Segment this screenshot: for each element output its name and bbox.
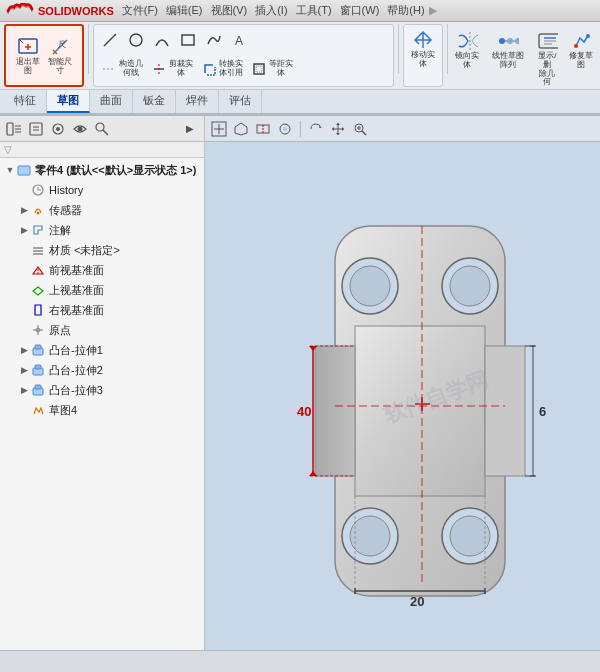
tree-item-sketch4[interactable]: 草图4 — [0, 400, 204, 420]
tree-item-history[interactable]: History — [0, 180, 204, 200]
convert-label: 转换实体引用 — [219, 60, 243, 78]
display-btn[interactable]: 显示/删除几何 — [533, 28, 561, 89]
menu-arrow[interactable]: ▶ — [429, 4, 437, 17]
boss3-label: 凸台-拉伸3 — [49, 383, 103, 398]
title-bar: SOLIDWORKS 文件(F) 编辑(E) 视图(V) 插入(I) 工具(T)… — [0, 0, 600, 22]
construct-label: 构造几何线 — [119, 60, 143, 78]
spline-icon — [205, 31, 223, 49]
tree-item-origin[interactable]: 原点 — [0, 320, 204, 340]
move-group: 移动实体 — [403, 24, 443, 87]
zoom-btn[interactable] — [350, 119, 370, 139]
vp-divider — [300, 121, 301, 137]
window-menu[interactable]: 窗口(W) — [340, 3, 380, 18]
tab-surface[interactable]: 曲面 — [90, 90, 133, 113]
svg-point-3 — [130, 34, 142, 46]
viewport: 软件自学网 — [205, 116, 600, 650]
pan-view-btn[interactable] — [328, 119, 348, 139]
tree-item-material[interactable]: 材质 <未指定> — [0, 240, 204, 260]
svg-text:尺: 尺 — [58, 40, 66, 49]
root-arrow[interactable]: ▼ — [4, 165, 16, 175]
tree-item-sensor[interactable]: ▶ 传感器 — [0, 200, 204, 220]
svg-text:6: 6 — [539, 404, 546, 419]
svg-point-11 — [515, 38, 519, 44]
property-btn[interactable] — [26, 119, 46, 139]
convert-btn[interactable]: 转换实体引用 — [198, 58, 246, 80]
linear-array-icon — [497, 30, 519, 52]
section-view-btn[interactable] — [253, 119, 273, 139]
boss3-arrow[interactable]: ▶ — [18, 385, 30, 395]
mirror-btn[interactable]: 镜向实体 — [452, 28, 483, 72]
offset-label: 等距实体 — [269, 60, 293, 78]
tree-item-boss1[interactable]: ▶ 凸台-拉伸1 — [0, 340, 204, 360]
tree-item-front-plane[interactable]: 前视基准面 — [0, 260, 204, 280]
svg-point-30 — [96, 123, 104, 131]
rotate-view-btn[interactable] — [306, 119, 326, 139]
sensor-icon — [30, 202, 46, 218]
boss2-arrow[interactable]: ▶ — [18, 365, 30, 375]
zoom-all-btn[interactable] — [209, 119, 229, 139]
display-icon — [536, 30, 558, 52]
tools-menu[interactable]: 工具(T) — [296, 3, 332, 18]
boss3-icon — [30, 382, 46, 398]
tab-evaluate[interactable]: 评估 — [219, 90, 262, 113]
feature-tree-panel: ▶ ▽ ▼ 零件4 (默认<<默认>显示状态 1>) History — [0, 116, 205, 650]
help-menu[interactable]: 帮助(H) — [387, 3, 424, 18]
boss1-arrow[interactable]: ▶ — [18, 345, 30, 355]
file-menu[interactable]: 文件(F) — [122, 3, 158, 18]
appearance-btn[interactable] — [275, 119, 295, 139]
annotation-arrow[interactable]: ▶ — [18, 225, 30, 235]
ribbon: 退出草图 尺 智能尺寸 — [0, 22, 600, 116]
annotation-label: 注解 — [49, 223, 71, 238]
tree-item-top-plane[interactable]: 上视基准面 — [0, 280, 204, 300]
smart-dim-button[interactable]: 尺 智能尺寸 — [45, 34, 75, 78]
tab-sketch[interactable]: 草图 — [47, 90, 90, 113]
tree-item-boss3[interactable]: ▶ 凸台-拉伸3 — [0, 380, 204, 400]
tab-weld[interactable]: 焊件 — [176, 90, 219, 113]
view-menu[interactable]: 视图(V) — [211, 3, 248, 18]
trim-btn[interactable]: 剪裁实体 — [148, 58, 196, 80]
svg-rect-20 — [7, 123, 13, 135]
smart-dim-icon: 尺 — [49, 36, 71, 58]
tree-root[interactable]: ▼ 零件4 (默认<<默认>显示状态 1>) — [0, 160, 204, 180]
construct-btn[interactable]: 构造几何线 — [98, 58, 146, 80]
tree-item-boss2[interactable]: ▶ 凸台-拉伸2 — [0, 360, 204, 380]
repair-btn[interactable]: 修复草图 — [565, 28, 596, 72]
exit-sketch-button[interactable]: 退出草图 — [13, 34, 43, 78]
rect-btn[interactable] — [176, 29, 200, 51]
config-btn[interactable] — [48, 119, 68, 139]
convert-icon — [201, 60, 219, 78]
front-plane-label: 前视基准面 — [49, 263, 104, 278]
origin-icon — [30, 322, 46, 338]
feature-tree-btn[interactable] — [4, 119, 24, 139]
view-orient-btn[interactable] — [231, 119, 251, 139]
expand-btn[interactable]: ▶ — [180, 119, 200, 139]
divider3 — [447, 24, 448, 74]
spline-btn[interactable] — [202, 29, 226, 51]
ribbon-toolbar: 退出草图 尺 智能尺寸 — [0, 22, 600, 90]
move-btn[interactable]: 移动实体 — [408, 27, 438, 71]
tab-feature[interactable]: 特征 — [4, 90, 47, 113]
material-label: 材质 <未指定> — [49, 243, 120, 258]
search-btn[interactable] — [92, 119, 112, 139]
boss1-label: 凸台-拉伸1 — [49, 343, 103, 358]
text-btn[interactable]: A — [228, 29, 252, 51]
exit-group-buttons: 退出草图 尺 智能尺寸 — [13, 28, 75, 83]
offset-btn[interactable]: 等距实体 — [248, 58, 296, 80]
line-btn[interactable] — [98, 29, 122, 51]
tab-sheetmetal[interactable]: 钣金 — [133, 90, 176, 113]
arc-btn[interactable] — [150, 29, 174, 51]
insert-menu[interactable]: 插入(I) — [255, 3, 287, 18]
linear-array-btn[interactable]: 线性草图阵列 — [486, 28, 529, 72]
sensor-arrow[interactable]: ▶ — [18, 205, 30, 215]
svg-point-29 — [78, 126, 83, 131]
display-state-btn[interactable] — [70, 119, 90, 139]
svg-rect-32 — [18, 166, 30, 175]
repair-icon — [570, 30, 592, 52]
svg-rect-47 — [35, 385, 41, 389]
tree-item-right-plane[interactable]: 右视基准面 — [0, 300, 204, 320]
tree-item-annotation[interactable]: ▶ 注解 — [0, 220, 204, 240]
svg-point-18 — [574, 44, 578, 48]
circle-btn[interactable] — [124, 29, 148, 51]
smart-dim-label: 智能尺寸 — [48, 58, 72, 76]
edit-menu[interactable]: 编辑(E) — [166, 3, 203, 18]
